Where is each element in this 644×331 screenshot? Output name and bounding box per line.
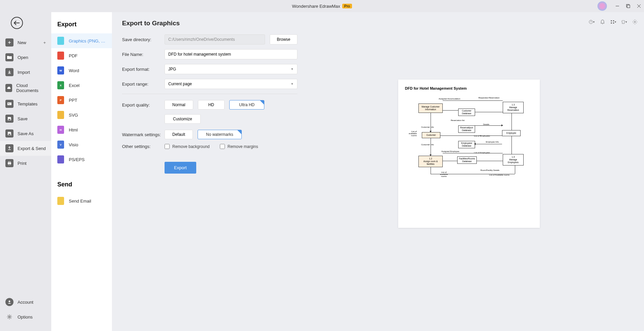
dfd-label: Reservation list	[451, 119, 465, 121]
dfd-diagram: Manage Customer Information 1.3Manage Re…	[405, 95, 530, 216]
option-label: PS/EPS	[69, 157, 85, 162]
sidebar-item-new[interactable]: New +	[0, 35, 51, 50]
sidebar-item-account[interactable]: Account	[0, 295, 51, 309]
dfd-label: Assigned Accomodation	[439, 98, 460, 100]
remove-margins-input[interactable]	[220, 144, 225, 149]
dfd-box-arf: 1.2Assign room & facilities	[418, 156, 443, 167]
sidebar-item-import[interactable]: Import	[0, 65, 51, 80]
export-option-ppt[interactable]: P PPT	[51, 93, 112, 108]
chevron-down-icon: ▼	[291, 67, 294, 71]
option-label: PPT	[69, 98, 77, 103]
bell-icon[interactable]	[599, 19, 606, 25]
dfd-label: List of Employees	[474, 135, 490, 137]
shirt-icon[interactable]: ▾	[621, 19, 627, 25]
export-option-svg[interactable]: SVG	[51, 108, 112, 122]
sidebar-label: Print	[18, 161, 27, 166]
export-button[interactable]: Export	[165, 162, 196, 174]
format-select[interactable]: JPG ▼	[165, 64, 297, 74]
export-option-word[interactable]: W Word	[51, 63, 112, 78]
svg-text:?: ?	[590, 20, 591, 23]
svg-point-24	[9, 316, 10, 318]
option-label: PDF	[69, 53, 78, 58]
export-option-excel[interactable]: X Excel	[51, 78, 112, 93]
export-icon	[5, 144, 13, 152]
import-icon	[5, 68, 13, 76]
remove-bg-checkbox[interactable]: Remove background	[165, 144, 210, 149]
save-dir-label: Save directory:	[122, 37, 165, 42]
account-icon	[5, 298, 13, 306]
svg-rect-19	[8, 134, 10, 135]
avatar-icon[interactable]	[597, 1, 607, 11]
sidebar-item-templates[interactable]: Templates	[0, 96, 51, 111]
sidebar-item-saveas[interactable]: Save As	[0, 126, 51, 141]
dfd-box-me: 1.4Manage Employees	[503, 154, 524, 166]
grid-icon[interactable]: ▾	[610, 19, 616, 25]
saveas-icon	[5, 129, 13, 138]
svg-rect-2	[627, 5, 630, 8]
range-select[interactable]: Current page ▼	[165, 79, 297, 89]
svg-rect-22	[8, 164, 10, 165]
close-button[interactable]	[637, 4, 641, 8]
preview-title: DFD for Hotel Management System	[405, 86, 533, 90]
browse-button[interactable]: Browse	[270, 34, 297, 44]
option-label: Html	[69, 127, 78, 132]
filename-input[interactable]	[165, 49, 297, 59]
customize-button[interactable]: Customize	[165, 114, 201, 124]
sidebar-item-options[interactable]: Options	[0, 309, 51, 324]
cloud-icon	[5, 84, 12, 92]
export-heading: Export	[51, 19, 112, 33]
sidebar-item-print[interactable]: Print	[0, 156, 51, 171]
email-icon	[57, 197, 64, 205]
word-icon: W	[57, 66, 64, 74]
sidebar-label: Templates	[18, 101, 37, 107]
watermark-label: Watermark settings:	[122, 132, 165, 137]
html-icon: H	[57, 126, 64, 134]
sidebar-label: New	[18, 40, 26, 45]
export-option-graphics[interactable]: Graphics (PNG, JPG et...	[51, 33, 112, 48]
watermark-default-button[interactable]: Default	[165, 130, 193, 139]
quality-normal-button[interactable]: Normal	[165, 100, 193, 110]
minimize-button[interactable]	[615, 4, 620, 8]
send-option-email[interactable]: Send Email	[51, 193, 112, 208]
quality-label: Export quality:	[122, 102, 165, 108]
templates-icon	[5, 100, 13, 108]
option-label: Excel	[69, 83, 80, 88]
dfd-box-cust: Customer	[422, 132, 440, 138]
help-icon[interactable]: ?▾	[589, 19, 595, 25]
remove-bg-input[interactable]	[165, 144, 170, 149]
svg-rect-11	[613, 23, 614, 24]
dfd-box-rd: Reservaitpon Database	[458, 125, 475, 133]
export-option-ps[interactable]: PS/EPS	[51, 152, 112, 167]
remove-margins-checkbox[interactable]: Remove margins	[220, 144, 258, 149]
svg-point-23	[9, 301, 10, 302]
sidebar-item-cloud[interactable]: Cloud Documents	[0, 80, 51, 96]
quality-hd-button[interactable]: HD	[198, 100, 225, 110]
graphics-icon	[57, 37, 64, 45]
sidebar-item-open[interactable]: Open	[0, 50, 51, 65]
option-label: Word	[69, 68, 79, 73]
back-button[interactable]	[11, 17, 23, 29]
export-option-visio[interactable]: V Visio	[51, 137, 112, 152]
sidebar-item-save[interactable]: Save	[0, 111, 51, 126]
range-value: Current page	[168, 82, 192, 86]
plus-icon[interactable]: +	[43, 40, 46, 45]
svg-rect-16	[8, 103, 9, 103]
svg-rect-18	[8, 119, 10, 120]
dfd-box-emp: Employee	[502, 130, 521, 136]
export-option-pdf[interactable]: PDF	[51, 48, 112, 63]
remove-bg-label: Remove background	[172, 144, 210, 149]
maximize-button[interactable]	[626, 4, 631, 8]
export-option-html[interactable]: H Html	[51, 122, 112, 137]
chevron-down-icon: ▼	[291, 82, 294, 86]
gear-icon[interactable]	[632, 19, 638, 25]
svg-icon	[57, 111, 64, 119]
sidebar-label: Save As	[18, 131, 34, 136]
send-heading: Send	[51, 179, 112, 193]
quality-ultrahd-button[interactable]: Ultra HD	[229, 100, 264, 110]
dfd-label: List of Employees	[474, 152, 490, 154]
watermark-none-button[interactable]: No watermarks	[198, 130, 242, 139]
sidebar-item-export[interactable]: Export & Send	[0, 141, 51, 156]
sidebar-label: Options	[18, 314, 33, 320]
dfd-label: Requested Reservation	[478, 97, 500, 99]
print-icon	[5, 159, 13, 167]
